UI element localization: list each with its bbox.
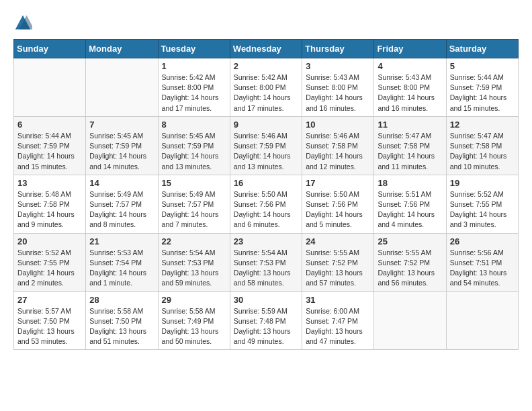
calendar-cell [14,58,86,117]
day-info: Sunrise: 5:47 AM Sunset: 7:58 PM Dayligh… [378,131,442,172]
day-number: 20 [17,236,82,246]
day-number: 3 [306,61,370,71]
calendar: SundayMondayTuesdayWednesdayThursdayFrid… [13,39,519,350]
day-info: Sunrise: 5:52 AM Sunset: 7:55 PM Dayligh… [17,248,82,289]
calendar-cell: 3Sunrise: 5:43 AM Sunset: 8:00 PM Daylig… [302,58,374,117]
day-number: 23 [234,236,298,246]
day-info: Sunrise: 5:42 AM Sunset: 8:00 PM Dayligh… [234,73,298,113]
day-info: Sunrise: 5:54 AM Sunset: 7:53 PM Dayligh… [162,248,226,289]
calendar-cell: 14Sunrise: 5:49 AM Sunset: 7:57 PM Dayli… [86,175,158,233]
day-number: 27 [17,295,82,305]
day-info: Sunrise: 5:55 AM Sunset: 7:52 PM Dayligh… [306,248,370,289]
day-info: Sunrise: 5:44 AM Sunset: 7:59 PM Dayligh… [17,131,82,172]
calendar-cell: 6Sunrise: 5:44 AM Sunset: 7:59 PM Daylig… [14,116,86,175]
weekday-header-monday: Monday [86,40,158,58]
weekday-header-saturday: Saturday [446,40,518,58]
day-number: 28 [89,295,154,305]
calendar-cell: 10Sunrise: 5:46 AM Sunset: 7:58 PM Dayli… [302,116,374,175]
calendar-cell: 25Sunrise: 5:55 AM Sunset: 7:52 PM Dayli… [374,233,446,291]
day-info: Sunrise: 5:45 AM Sunset: 7:59 PM Dayligh… [162,131,226,172]
weekday-header-sunday: Sunday [14,40,86,58]
calendar-header-row: SundayMondayTuesdayWednesdayThursdayFrid… [14,40,519,58]
day-number: 1 [162,61,226,71]
day-info: Sunrise: 5:44 AM Sunset: 7:59 PM Dayligh… [450,73,515,113]
calendar-cell: 1Sunrise: 5:42 AM Sunset: 8:00 PM Daylig… [158,58,230,117]
weekday-header-friday: Friday [374,40,446,58]
day-info: Sunrise: 5:45 AM Sunset: 7:59 PM Dayligh… [89,131,154,172]
day-info: Sunrise: 5:57 AM Sunset: 7:50 PM Dayligh… [17,306,82,347]
day-info: Sunrise: 5:54 AM Sunset: 7:53 PM Dayligh… [234,248,298,289]
weekday-header-thursday: Thursday [302,40,374,58]
day-number: 8 [162,120,226,130]
day-info: Sunrise: 5:55 AM Sunset: 7:52 PM Dayligh… [378,248,442,289]
calendar-cell: 5Sunrise: 5:44 AM Sunset: 7:59 PM Daylig… [446,58,518,117]
calendar-cell: 22Sunrise: 5:54 AM Sunset: 7:53 PM Dayli… [158,233,230,291]
calendar-cell: 8Sunrise: 5:45 AM Sunset: 7:59 PM Daylig… [158,116,230,175]
calendar-cell: 17Sunrise: 5:50 AM Sunset: 7:56 PM Dayli… [302,175,374,233]
calendar-cell: 30Sunrise: 5:59 AM Sunset: 7:48 PM Dayli… [230,291,302,350]
day-info: Sunrise: 5:51 AM Sunset: 7:56 PM Dayligh… [378,189,442,230]
calendar-cell: 13Sunrise: 5:48 AM Sunset: 7:58 PM Dayli… [14,175,86,233]
day-info: Sunrise: 6:00 AM Sunset: 7:47 PM Dayligh… [306,306,370,347]
day-number: 19 [450,178,515,188]
day-number: 10 [306,120,370,130]
calendar-cell: 15Sunrise: 5:49 AM Sunset: 7:57 PM Dayli… [158,175,230,233]
day-number: 13 [17,178,82,188]
day-info: Sunrise: 5:49 AM Sunset: 7:57 PM Dayligh… [162,189,226,230]
day-number: 25 [378,236,442,246]
calendar-cell: 31Sunrise: 6:00 AM Sunset: 7:47 PM Dayli… [302,291,374,350]
day-number: 17 [306,178,370,188]
calendar-cell: 12Sunrise: 5:47 AM Sunset: 7:58 PM Dayli… [446,116,518,175]
day-info: Sunrise: 5:49 AM Sunset: 7:57 PM Dayligh… [89,189,154,230]
day-info: Sunrise: 5:42 AM Sunset: 8:00 PM Dayligh… [162,73,226,113]
calendar-cell: 9Sunrise: 5:46 AM Sunset: 7:59 PM Daylig… [230,116,302,175]
day-number: 12 [450,120,515,130]
day-info: Sunrise: 5:52 AM Sunset: 7:55 PM Dayligh… [450,189,515,230]
calendar-week-4: 20Sunrise: 5:52 AM Sunset: 7:55 PM Dayli… [14,233,519,291]
calendar-cell: 24Sunrise: 5:55 AM Sunset: 7:52 PM Dayli… [302,233,374,291]
calendar-cell: 21Sunrise: 5:53 AM Sunset: 7:54 PM Dayli… [86,233,158,291]
day-info: Sunrise: 5:46 AM Sunset: 7:59 PM Dayligh… [234,131,298,172]
day-info: Sunrise: 5:58 AM Sunset: 7:50 PM Dayligh… [89,306,154,347]
calendar-cell: 27Sunrise: 5:57 AM Sunset: 7:50 PM Dayli… [14,291,86,350]
calendar-cell: 29Sunrise: 5:58 AM Sunset: 7:49 PM Dayli… [158,291,230,350]
calendar-week-2: 6Sunrise: 5:44 AM Sunset: 7:59 PM Daylig… [14,116,519,175]
calendar-cell: 4Sunrise: 5:43 AM Sunset: 8:00 PM Daylig… [374,58,446,117]
day-info: Sunrise: 5:50 AM Sunset: 7:56 PM Dayligh… [306,189,370,230]
day-info: Sunrise: 5:53 AM Sunset: 7:54 PM Dayligh… [89,248,154,289]
day-number: 15 [162,178,226,188]
calendar-cell [86,58,158,117]
calendar-cell: 20Sunrise: 5:52 AM Sunset: 7:55 PM Dayli… [14,233,86,291]
day-info: Sunrise: 5:43 AM Sunset: 8:00 PM Dayligh… [378,73,442,113]
calendar-cell: 26Sunrise: 5:56 AM Sunset: 7:51 PM Dayli… [446,233,518,291]
day-number: 21 [89,236,154,246]
weekday-header-tuesday: Tuesday [158,40,230,58]
calendar-cell: 19Sunrise: 5:52 AM Sunset: 7:55 PM Dayli… [446,175,518,233]
day-info: Sunrise: 5:50 AM Sunset: 7:56 PM Dayligh… [234,189,298,230]
day-info: Sunrise: 5:47 AM Sunset: 7:58 PM Dayligh… [450,131,515,172]
logo [13,13,35,32]
calendar-cell [374,291,446,350]
day-number: 22 [162,236,226,246]
day-number: 31 [306,295,370,305]
day-info: Sunrise: 5:56 AM Sunset: 7:51 PM Dayligh… [450,248,515,289]
day-number: 24 [306,236,370,246]
day-number: 7 [89,120,154,130]
calendar-cell: 18Sunrise: 5:51 AM Sunset: 7:56 PM Dayli… [374,175,446,233]
calendar-cell: 28Sunrise: 5:58 AM Sunset: 7:50 PM Dayli… [86,291,158,350]
day-number: 16 [234,178,298,188]
calendar-week-1: 1Sunrise: 5:42 AM Sunset: 8:00 PM Daylig… [14,58,519,117]
day-info: Sunrise: 5:46 AM Sunset: 7:58 PM Dayligh… [306,131,370,172]
logo-icon [13,13,32,32]
day-number: 30 [234,295,298,305]
day-number: 14 [89,178,154,188]
calendar-cell: 2Sunrise: 5:42 AM Sunset: 8:00 PM Daylig… [230,58,302,117]
day-info: Sunrise: 5:58 AM Sunset: 7:49 PM Dayligh… [162,306,226,347]
day-info: Sunrise: 5:48 AM Sunset: 7:58 PM Dayligh… [17,189,82,230]
calendar-cell: 16Sunrise: 5:50 AM Sunset: 7:56 PM Dayli… [230,175,302,233]
calendar-cell: 23Sunrise: 5:54 AM Sunset: 7:53 PM Dayli… [230,233,302,291]
day-number: 29 [162,295,226,305]
day-number: 26 [450,236,515,246]
day-info: Sunrise: 5:43 AM Sunset: 8:00 PM Dayligh… [306,73,370,113]
calendar-cell: 7Sunrise: 5:45 AM Sunset: 7:59 PM Daylig… [86,116,158,175]
